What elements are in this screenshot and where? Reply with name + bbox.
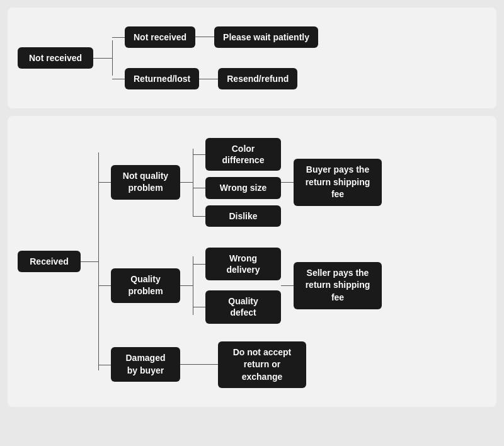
g1-to-outcome [281, 182, 294, 183]
g1-sub2: Wrong size [193, 177, 281, 198]
top-branch-box-2: Returned/lost [125, 68, 199, 89]
top-branch-row-1: Not received Please wait patiently [125, 26, 318, 48]
top-outcome-box-2: Resend/refund [218, 68, 297, 89]
g3-outcome-box: Do not acceptreturn or exchange [218, 341, 306, 389]
g1-sub2-box: Wrong size [205, 177, 281, 198]
bottom-root-box: Received [18, 251, 81, 272]
bottom-layout: Received Not qualityproblem Colo [18, 129, 486, 394]
group2-label: Qualityproblem [111, 268, 180, 303]
g1-s3-h [193, 216, 205, 217]
g1-to-sub [180, 182, 193, 183]
g2-outcome-box: Seller pays thereturn shipping fee [294, 262, 382, 309]
g1-outcome-box: Buyer pays thereturn shipping fee [294, 159, 382, 206]
g1-sub1: Color difference [193, 138, 281, 171]
main-branch: Not qualityproblem Color difference Wron… [98, 129, 382, 394]
root-main-connector [81, 261, 98, 262]
g2-to-sub [180, 285, 193, 286]
group2-row: Qualityproblem Wrong delivery Quality de… [98, 243, 382, 329]
top-branch-row-2: Returned/lost Resend/refund [125, 68, 297, 89]
g1-s2-h [193, 188, 205, 188]
g1-sub3: Dislike [193, 205, 281, 227]
group3-label: Damagedby buyer [111, 347, 180, 382]
g2-sub1: Wrong delivery [193, 248, 281, 280]
h-line-1 [195, 37, 214, 37]
top-root-box: Not received [18, 47, 93, 69]
bottom-panel: Received Not qualityproblem Colo [8, 116, 496, 407]
g2-to-outcome [281, 285, 294, 286]
g1-sub1-box: Color difference [205, 138, 281, 171]
group1-label: Not qualityproblem [111, 165, 180, 200]
group1-row: Not qualityproblem Color difference Wron… [98, 135, 382, 230]
g2-s2-h [193, 307, 205, 307]
g2-sub2: Quality defect [193, 290, 281, 323]
group1-h-connector [98, 182, 111, 183]
g2-sub-col: Wrong delivery Quality defect [193, 243, 281, 329]
g2-sub1-box: Wrong delivery [205, 248, 281, 280]
h-line-2 [199, 79, 218, 79]
g3-to-outcome [180, 364, 218, 365]
g1-sub3-box: Dislike [205, 205, 281, 227]
g2-s1-h [193, 264, 205, 265]
top-root-connector [93, 58, 112, 59]
top-branch-col: Not received Please wait patiently Retur… [112, 26, 318, 89]
g2-sub2-box: Quality defect [205, 290, 281, 323]
top-outcome-box-1: Please wait patiently [214, 26, 318, 48]
group3-row: Damagedby buyer Do not acceptreturn or e… [98, 341, 382, 389]
group2-h-connector [98, 285, 111, 286]
g1-s1-h [193, 154, 205, 155]
group3-h-connector [98, 365, 111, 365]
top-branch-box-1: Not received [125, 26, 195, 48]
top-panel: Not received Not received Please wait pa… [8, 8, 496, 108]
g1-sub-col: Color difference Wrong size Dislike [193, 135, 281, 230]
